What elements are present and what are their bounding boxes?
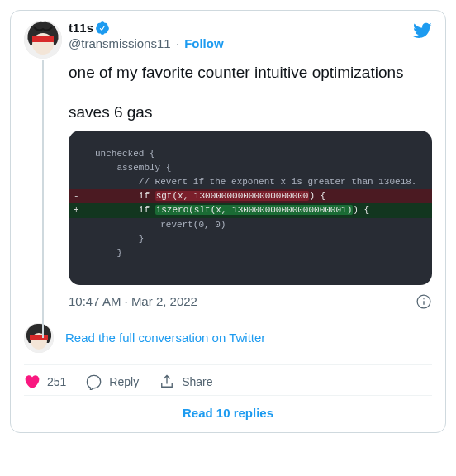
timestamp[interactable]: 10:47 AM · Mar 2, 2022 [69,294,197,308]
timestamp-row: 10:47 AM · Mar 2, 2022 [69,293,432,310]
like-button[interactable]: 251 [24,374,66,390]
info-icon[interactable] [416,293,432,310]
read-replies-link[interactable]: Read 10 replies [183,406,273,420]
reply-button[interactable]: Reply [86,374,139,390]
replies-row: Read 10 replies [24,395,432,429]
svg-point-4 [423,298,424,299]
tweet-text: one of my favorite counter intuitive opt… [69,62,432,122]
reply-label: Reply [109,375,139,388]
separator-dot: · [176,36,179,50]
svg-rect-2 [32,36,54,42]
display-name[interactable]: t11s [69,21,93,36]
twitter-logo-icon[interactable] [412,21,432,40]
thread-line [42,60,44,338]
avatar[interactable] [24,21,62,59]
follow-link[interactable]: Follow [184,36,224,50]
code-line: revert(0, 0) [69,218,432,232]
tweet-header: t11s @transmissions11 · Follow [24,21,432,59]
code-line: unchecked { [69,147,432,161]
tweet-line-1: one of my favorite counter intuitive opt… [69,62,432,83]
code-line: // Revert if the exponent x is greater t… [69,175,432,189]
actions-row: 251 Reply Share [24,365,432,395]
share-label: Share [182,375,212,388]
tweet-line-2: saves 6 gas [69,102,432,123]
share-button[interactable]: Share [159,374,212,390]
tweet-card: t11s @transmissions11 · Follow one of my… [10,10,446,433]
author-block: t11s @transmissions11 · Follow [69,21,224,52]
code-line-added: + if iszero(slt(x, 130000000000000000001… [69,203,432,217]
conversation-row: Read the full conversation on Twitter [24,320,432,365]
conversation-link[interactable]: Read the full conversation on Twitter [65,331,265,345]
code-line: assembly { [69,161,432,175]
like-count: 251 [47,375,66,388]
avatar-small[interactable] [24,323,54,353]
code-line: } [69,232,432,246]
code-line-deleted: - if sgt(x, 130000000000000000000) { [69,189,432,203]
verified-badge-icon [95,21,110,36]
handle[interactable]: @transmissions11 [69,36,171,50]
code-line: } [69,246,432,260]
code-diff[interactable]: unchecked { assembly { // Revert if the … [69,131,432,284]
svg-rect-8 [30,335,48,340]
